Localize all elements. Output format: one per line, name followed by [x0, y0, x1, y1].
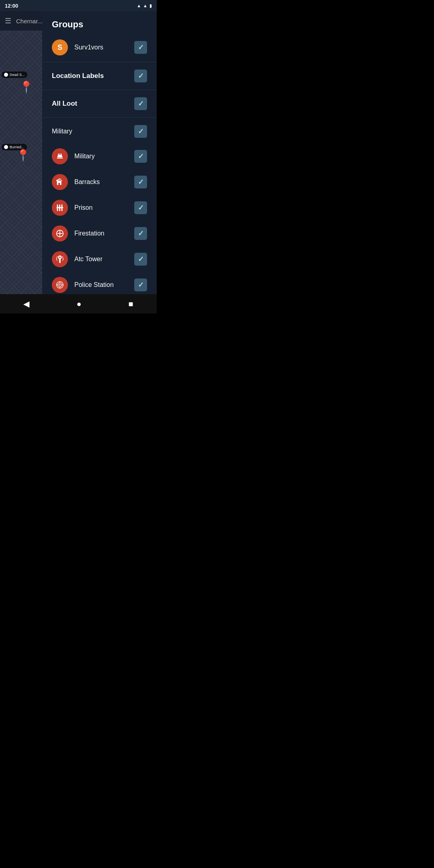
battery-icon: ▮: [149, 3, 152, 8]
location-labels-checkbox[interactable]: [134, 70, 147, 82]
wifi-icon: ▲: [137, 3, 141, 8]
list-item-military-section[interactable]: Military: [42, 119, 157, 143]
list-item-police-station[interactable]: Police Station: [42, 272, 157, 294]
prison-label: Prison: [74, 204, 128, 211]
surv1vors-avatar: S: [52, 39, 68, 55]
barracks-icon: [52, 174, 68, 190]
recent-button[interactable]: ■: [120, 296, 141, 312]
prison-icon: [52, 200, 68, 216]
all-loot-checkbox[interactable]: [134, 97, 147, 110]
military-label: Military: [74, 153, 128, 160]
list-item-location-labels[interactable]: Location Labels: [42, 64, 157, 88]
drawer-header: Groups: [42, 11, 157, 35]
list-item-atc-tower[interactable]: Atc Tower: [42, 246, 157, 272]
barracks-checkbox[interactable]: [134, 176, 147, 188]
surv1vors-label: Surv1vors: [74, 44, 128, 51]
firestation-icon: [52, 225, 68, 242]
prison-checkbox[interactable]: [134, 201, 147, 214]
status-bar: 12:00 ▲ ▲ ▮: [0, 0, 157, 11]
military-icon: [52, 148, 68, 164]
back-button[interactable]: ◀: [15, 296, 37, 312]
atc-tower-icon: [52, 251, 68, 267]
map-label-dead: Dead S...: [2, 72, 27, 78]
menu-icon[interactable]: ☰: [5, 16, 11, 25]
police-station-checkbox[interactable]: [134, 278, 147, 291]
map-background: [0, 11, 42, 313]
svg-rect-6: [57, 233, 63, 234]
atc-tower-label: Atc Tower: [74, 256, 128, 263]
police-station-icon: [52, 277, 68, 293]
military-section-checkbox[interactable]: [134, 125, 147, 138]
military-checkbox[interactable]: [134, 150, 147, 163]
app-bar: ☰ Chernar...: [0, 11, 42, 31]
camera-icon-2: [4, 145, 8, 149]
list-item-firestation[interactable]: Firestation: [42, 221, 157, 246]
home-button[interactable]: ●: [68, 296, 89, 312]
list-item-barracks[interactable]: Barracks: [42, 169, 157, 195]
status-icons: ▲ ▲ ▮: [137, 3, 152, 8]
barracks-label: Barracks: [74, 178, 128, 186]
firestation-checkbox[interactable]: [134, 227, 147, 240]
camera-icon: [4, 73, 8, 77]
firestation-label: Firestation: [74, 230, 128, 237]
list-item-prison[interactable]: Prison: [42, 195, 157, 221]
police-station-label: Police Station: [74, 281, 128, 289]
list-item-military[interactable]: Military: [42, 143, 157, 169]
map-pin-1: 📍: [19, 80, 33, 94]
military-section-label: Military: [52, 128, 128, 135]
list-item-surv1vors[interactable]: S Surv1vors: [42, 35, 157, 60]
all-loot-label: All Loot: [52, 100, 128, 108]
list-item-all-loot[interactable]: All Loot: [42, 92, 157, 116]
atc-tower-checkbox[interactable]: [134, 253, 147, 266]
surv1vors-checkbox[interactable]: [134, 41, 147, 54]
location-labels-label: Location Labels: [52, 72, 128, 80]
signal-icon: ▲: [143, 3, 147, 8]
map-pin-2: 📍: [16, 149, 30, 162]
svg-rect-3: [57, 207, 63, 208]
drawer-panel: Groups S Surv1vors Location Labels All L…: [42, 11, 157, 294]
app-title: Chernar...: [16, 18, 43, 25]
svg-point-9: [59, 284, 61, 286]
navigation-bar: ◀ ● ■: [0, 294, 157, 313]
status-time: 12:00: [5, 3, 18, 9]
